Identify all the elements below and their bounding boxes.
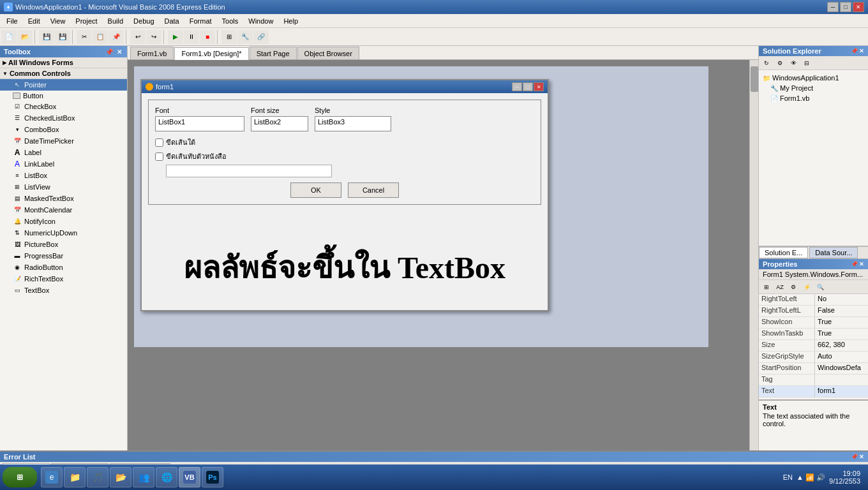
tb-new[interactable]: 📄 bbox=[1, 30, 17, 44]
tb-undo[interactable]: ↩ bbox=[130, 30, 146, 44]
props-events[interactable]: ⚡ bbox=[800, 281, 813, 293]
taskbar-folder[interactable]: 📁 bbox=[64, 467, 86, 487]
tb-saveall[interactable]: 💾 bbox=[55, 30, 70, 44]
sol-refresh[interactable]: ↻ bbox=[760, 57, 773, 69]
toolbox-pin[interactable]: 📌 bbox=[104, 48, 114, 56]
tb-paste[interactable]: 📌 bbox=[108, 30, 124, 44]
taskbar-people[interactable]: 👥 bbox=[133, 467, 154, 487]
tb-save[interactable]: 💾 bbox=[39, 30, 54, 44]
font-listbox2[interactable]: ListBox2 bbox=[251, 116, 308, 131]
toolbox-item-radiobutton[interactable]: ◉ RadioButton bbox=[0, 262, 127, 273]
toolbox-item-checkedlistbox[interactable]: ☰ CheckedListBox bbox=[0, 112, 127, 124]
tb-solutions[interactable]: ⊞ bbox=[221, 30, 237, 44]
menu-build[interactable]: Build bbox=[103, 14, 128, 27]
toolbox-item-progressbar[interactable]: ▬ ProgressBar bbox=[0, 250, 127, 262]
tb-open[interactable]: 📂 bbox=[17, 30, 33, 44]
menu-format[interactable]: Format bbox=[184, 14, 217, 27]
prop-row-startposition[interactable]: StartPosition WindowsDefa bbox=[759, 363, 868, 375]
toolbox-item-button[interactable]: Button bbox=[0, 91, 127, 101]
toolbox-close[interactable]: ✕ bbox=[116, 48, 123, 56]
taskbar-ie[interactable]: e bbox=[41, 467, 63, 487]
form1-window[interactable]: form1 ─ □ ✕ bbox=[140, 79, 549, 311]
error-list-close[interactable]: ✕ bbox=[859, 454, 864, 460]
menu-view[interactable]: View bbox=[45, 14, 71, 27]
taskbar-media[interactable]: 🎵 bbox=[87, 467, 108, 487]
solution-explorer-pin[interactable]: 📌 bbox=[851, 48, 858, 54]
toolbox-item-pointer[interactable]: ↖ Pointer bbox=[0, 79, 127, 91]
sol-item-project[interactable]: 📁 WindowsApplication1 bbox=[760, 73, 867, 83]
toolbox-section-all-windows-forms[interactable]: ▶ All Windows Forms bbox=[0, 57, 127, 68]
props-search[interactable]: 🔍 bbox=[814, 281, 827, 293]
minimize-button[interactable]: ─ bbox=[827, 2, 839, 12]
toolbox-item-maskedtextbox[interactable]: ▤ MaskedTextBox bbox=[0, 193, 127, 204]
form1-minimize[interactable]: ─ bbox=[512, 82, 522, 91]
properties-pin[interactable]: 📌 bbox=[851, 261, 858, 267]
sol-properties[interactable]: ⚙ bbox=[774, 57, 786, 69]
prop-row-righttoleft[interactable]: RightToLeft No bbox=[759, 294, 868, 306]
font-listbox1[interactable]: ListBox1 bbox=[155, 116, 244, 131]
tb-cut[interactable]: ✂ bbox=[77, 30, 92, 44]
prop-row-text[interactable]: Text form1 bbox=[759, 386, 868, 397]
taskbar-vb[interactable]: VB bbox=[179, 467, 200, 487]
toolbox-item-numericupdown[interactable]: ⇅ NumericUpDown bbox=[0, 227, 127, 239]
sol-item-form1vb[interactable]: 📄 Form1.vb bbox=[760, 93, 867, 103]
toolbox-item-textbox[interactable]: ▭ TextBox bbox=[0, 285, 127, 296]
properties-close[interactable]: ✕ bbox=[859, 261, 864, 267]
toolbox-item-monthcalendar[interactable]: 📅 MonthCalendar bbox=[0, 204, 127, 216]
prop-row-showicon[interactable]: ShowIcon True bbox=[759, 317, 868, 329]
props-properties[interactable]: ⚙ bbox=[787, 281, 800, 293]
taskbar-network[interactable]: 🌐 bbox=[156, 467, 177, 487]
tab-form1vb[interactable]: Form1.vb bbox=[130, 47, 174, 59]
prop-row-tag[interactable]: Tag bbox=[759, 375, 868, 386]
taskbar-ps[interactable]: Ps bbox=[202, 467, 223, 487]
prop-row-sizegripstyle[interactable]: SizeGripStyle Auto bbox=[759, 352, 868, 363]
menu-help[interactable]: Help bbox=[278, 14, 303, 27]
checkbox-underline[interactable] bbox=[155, 138, 163, 147]
tb-pause[interactable]: ⏸ bbox=[184, 30, 199, 44]
form1-maximize[interactable]: □ bbox=[523, 82, 533, 91]
design-canvas[interactable]: form1 ─ □ ✕ bbox=[128, 60, 749, 450]
close-button[interactable]: ✕ bbox=[853, 2, 864, 12]
toolbox-item-listbox[interactable]: ≡ ListBox bbox=[0, 170, 127, 181]
menu-project[interactable]: Project bbox=[70, 14, 102, 27]
menu-edit[interactable]: Edit bbox=[23, 14, 45, 27]
menu-window[interactable]: Window bbox=[243, 14, 278, 27]
prop-row-righttoleftl[interactable]: RightToLeftL False bbox=[759, 306, 868, 317]
menu-debug[interactable]: Debug bbox=[128, 14, 159, 27]
props-alphabetical[interactable]: AZ bbox=[774, 281, 786, 293]
tb-run[interactable]: ▶ bbox=[168, 30, 183, 44]
canvas-scrollbar-v[interactable] bbox=[749, 60, 758, 450]
toolbox-item-notifyicon[interactable]: 🔔 NotifyIcon bbox=[0, 216, 127, 227]
error-list-pin[interactable]: 📌 bbox=[851, 454, 858, 460]
tab-form1vb-design[interactable]: Form1.vb [Design]* bbox=[174, 47, 248, 60]
toolbox-section-common-controls[interactable]: ▼ Common Controls bbox=[0, 68, 127, 79]
tb-debug[interactable]: 🔧 bbox=[237, 30, 253, 44]
toolbox-item-checkbox[interactable]: ☑ CheckBox bbox=[0, 101, 127, 112]
menu-file[interactable]: File bbox=[1, 14, 23, 27]
ok-button[interactable]: OK bbox=[290, 182, 341, 198]
toolbox-item-linklabel[interactable]: A LinkLabel bbox=[0, 158, 127, 170]
start-button[interactable]: ⊞ bbox=[3, 467, 37, 487]
tb-copy[interactable]: 📋 bbox=[93, 30, 108, 44]
form1-close[interactable]: ✕ bbox=[534, 82, 544, 91]
props-categorized[interactable]: ⊞ bbox=[760, 281, 773, 293]
menu-data[interactable]: Data bbox=[160, 14, 184, 27]
cancel-button[interactable]: Cancel bbox=[348, 182, 399, 198]
toolbox-item-combobox[interactable]: ▾ ComboBox bbox=[0, 124, 127, 135]
tab-object-browser[interactable]: Object Browser bbox=[297, 47, 359, 59]
tb-redo[interactable]: ↪ bbox=[146, 30, 161, 44]
tab-start-page[interactable]: Start Page bbox=[250, 47, 297, 59]
tab-data-sources[interactable]: Data Sour... bbox=[809, 247, 858, 258]
prop-row-showintaskb[interactable]: ShowInTaskb True bbox=[759, 329, 868, 340]
toolbox-item-datetimepicker[interactable]: 📅 DateTimePicker bbox=[0, 135, 127, 147]
tb-ref[interactable]: 🔗 bbox=[253, 30, 269, 44]
taskbar-folder2[interactable]: 📂 bbox=[110, 467, 131, 487]
toolbox-item-listview[interactable]: ⊞ ListView bbox=[0, 181, 127, 193]
tb-stop[interactable]: ■ bbox=[200, 30, 215, 44]
prop-row-size[interactable]: Size 662, 380 bbox=[759, 340, 868, 352]
font-listbox3[interactable]: ListBox3 bbox=[315, 116, 391, 131]
toolbox-item-richtextbox[interactable]: 📝 RichTextBox bbox=[0, 273, 127, 285]
scrollbar-thumb[interactable] bbox=[751, 66, 758, 92]
menu-tools[interactable]: Tools bbox=[217, 14, 244, 27]
toolbox-item-picturebox[interactable]: 🖼 PictureBox bbox=[0, 239, 127, 250]
